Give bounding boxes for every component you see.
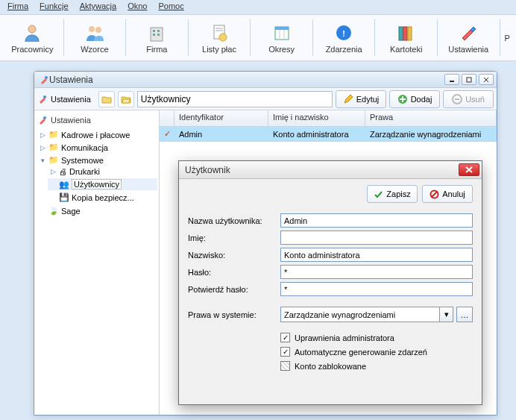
rights-label: Prawa w systemie:	[188, 310, 280, 319]
folder-up-button[interactable]	[98, 91, 115, 107]
minimize-button[interactable]	[444, 74, 459, 85]
svg-rect-3	[151, 28, 163, 41]
grid-col-marker[interactable]	[160, 110, 174, 126]
username-field[interactable]	[280, 213, 473, 228]
password-label: Hasło:	[188, 268, 280, 277]
toolbar-label: Ustawienia	[448, 45, 488, 54]
grid-header: Identyfikator Imię i nazwisko Prawa	[160, 110, 497, 127]
autogen-checkbox[interactable]: ✓	[280, 347, 290, 357]
svg-rect-20	[408, 27, 412, 40]
password-field[interactable]	[280, 265, 473, 279]
tree-item-komunikacja[interactable]: ▷📁Komunikacja	[37, 142, 157, 153]
dialog-titlebar[interactable]: Użytkownik	[179, 161, 482, 179]
binders-icon	[394, 22, 418, 43]
leaf-icon: 🍃	[48, 206, 59, 216]
cancel-button[interactable]: Anuluj	[422, 185, 473, 203]
admin-checkbox[interactable]: ✓	[280, 333, 290, 342]
dialog-close-button[interactable]	[459, 163, 479, 176]
folder-open-button[interactable]	[118, 91, 134, 107]
grid-col-name[interactable]: Imię i nazwisko	[268, 110, 365, 126]
toolbar-label: Listy płac	[202, 45, 236, 54]
person-icon	[20, 22, 44, 43]
plus-icon	[397, 94, 408, 104]
locked-checkbox[interactable]	[280, 361, 290, 371]
toolbar-label: Pracownicy	[11, 45, 53, 54]
toolbar-label: Okresy	[268, 45, 295, 54]
people-icon	[83, 22, 107, 43]
edit-button[interactable]: Edytuj	[336, 90, 386, 108]
save-button[interactable]: Zapisz	[367, 185, 418, 203]
close-icon	[465, 166, 473, 173]
toolbar-more[interactable]: P	[500, 16, 515, 59]
toolbar-okresy[interactable]: Okresy	[251, 16, 312, 59]
svg-point-2	[95, 27, 101, 33]
lastname-field[interactable]	[280, 248, 473, 262]
toolbar-ustawienia[interactable]: Ustawienia	[438, 16, 500, 59]
svg-text:!: !	[342, 29, 345, 38]
toolbar-firma[interactable]: Firma	[126, 16, 188, 59]
button-label: Zapisz	[386, 189, 410, 198]
svg-rect-19	[403, 27, 407, 40]
firstname-label: Imię:	[188, 233, 280, 242]
menu-firma[interactable]: Firma	[4, 1, 32, 13]
grid-col-rights[interactable]: Prawa	[365, 110, 497, 126]
menu-okno[interactable]: Okno	[124, 1, 151, 13]
grid-col-id[interactable]: Identyfikator	[174, 110, 268, 126]
toolbar-label: Kartoteki	[390, 45, 422, 54]
delete-button[interactable]: Usuń	[443, 90, 494, 108]
toolbar-label: Firma	[146, 45, 167, 54]
calendar-icon	[270, 22, 294, 43]
toolbar-label: P	[505, 34, 510, 43]
menu-pomoc[interactable]: Pomoc	[154, 1, 187, 13]
users-icon: 👥	[59, 180, 69, 189]
toolbar-zdarzenia[interactable]: ! Zdarzenia	[313, 16, 375, 59]
toolbar-label: Zdarzenia	[326, 45, 362, 54]
tree-item-sage[interactable]: 🍃Sage	[37, 205, 157, 216]
toolbar-pracownicy[interactable]: Pracownicy	[1, 16, 63, 59]
tree-item-drukarki[interactable]: ▷🖨Drukarki	[48, 166, 157, 177]
confirm-password-field[interactable]	[280, 282, 473, 296]
tree-item-kadrowe[interactable]: ▷📁Kadrowe i płacowe	[37, 129, 157, 140]
tree-item-systemowe[interactable]: ▾📁Systemowe	[37, 154, 157, 166]
info-icon: !	[332, 22, 356, 43]
user-dialog: Użytkownik Zapisz Anuluj Nazwa użytkowni…	[178, 160, 482, 405]
svg-point-0	[28, 25, 36, 33]
svg-point-1	[89, 26, 95, 32]
button-label: Dodaj	[411, 95, 432, 104]
rights-combo[interactable]	[280, 307, 440, 322]
confirm-label: Potwierdź hasło:	[188, 285, 280, 294]
add-button[interactable]: Dodaj	[389, 90, 440, 108]
rights-browse-button[interactable]: …	[456, 307, 473, 322]
menu-funkcje[interactable]: Funkcje	[36, 1, 72, 13]
tools-icon	[37, 115, 48, 125]
toolbar-listy-plac[interactable]: Listy płac	[189, 16, 251, 59]
pencil-icon	[343, 94, 353, 104]
locked-label: Konto zablokowane	[295, 362, 366, 371]
svg-rect-4	[153, 30, 155, 32]
toolbar-kartoteki[interactable]: Kartoteki	[375, 16, 437, 59]
firstname-field[interactable]	[280, 231, 473, 245]
building-icon	[145, 22, 169, 43]
tools-icon	[456, 22, 480, 43]
window-titlebar[interactable]: Ustawienia	[34, 72, 497, 88]
admin-label: Uprawnienia administratora	[295, 333, 394, 342]
ellipsis-icon: …	[461, 310, 469, 319]
breadcrumb-input[interactable]	[137, 91, 333, 107]
button-label: Edytuj	[356, 95, 380, 104]
close-button[interactable]	[479, 74, 494, 85]
toolbar-wzorce[interactable]: Wzorce	[64, 16, 126, 59]
svg-point-32	[43, 116, 46, 119]
tree-item-uzytkownicy[interactable]: 👥Użytkownicy	[48, 178, 157, 190]
autogen-label: Automatyczne generowanie zdarzeń	[295, 348, 427, 357]
tree-item-kopia[interactable]: 💾Kopia bezpiecz...	[48, 192, 157, 203]
maximize-button[interactable]	[462, 74, 476, 85]
window-title: Ustawienia	[49, 75, 442, 85]
folder-icon: 📁	[48, 155, 59, 165]
tree-root-label[interactable]: Ustawienia	[51, 116, 91, 125]
table-row[interactable]: ✓ Admin Konto administratora Zarządzanie…	[160, 127, 497, 142]
tree-pane: Ustawienia ▷📁Kadrowe i płacowe ▷📁Komunik…	[34, 110, 160, 415]
rights-dropdown-button[interactable]: ▾	[440, 307, 453, 322]
window-icon	[39, 75, 49, 85]
svg-rect-5	[157, 30, 160, 32]
menu-aktywacja[interactable]: Aktywacja	[76, 1, 121, 13]
